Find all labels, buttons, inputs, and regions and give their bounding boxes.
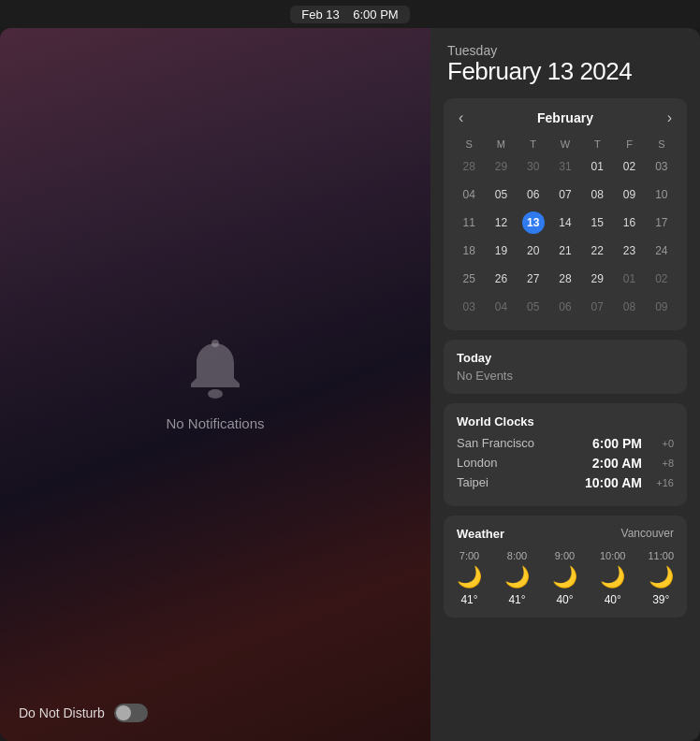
weather-hour-column: 9:00 🌙 40° <box>552 550 577 606</box>
weather-hour-time: 9:00 <box>555 550 575 561</box>
calendar-day[interactable]: 20 <box>518 237 549 265</box>
weather-hour-time: 11:00 <box>648 550 674 561</box>
calendar-day[interactable]: 15 <box>581 209 613 237</box>
calendar-day[interactable]: 01 <box>613 265 645 293</box>
calendar-day[interactable]: 04 <box>485 293 517 321</box>
weather-temperature: 41° <box>508 593 525 606</box>
weather-hour-column: 7:00 🌙 41° <box>457 550 482 606</box>
no-notifications-label: No Notifications <box>166 415 264 431</box>
calendar-weekday-header: W <box>549 136 581 153</box>
clock-time: 6:00 PM <box>592 436 642 451</box>
calendar-weekday-header: M <box>485 136 517 153</box>
calendar-prev-button[interactable]: ‹ <box>453 108 469 128</box>
calendar-day[interactable]: 31 <box>549 153 581 181</box>
calendar-day[interactable]: 08 <box>581 181 613 209</box>
calendar-weekday-header: S <box>453 136 485 153</box>
calendar-day[interactable]: 30 <box>518 153 549 181</box>
clock-city: San Francisco <box>457 436 592 450</box>
calendar-day[interactable]: 12 <box>485 209 517 237</box>
calendar-weekday-header: T <box>581 136 613 153</box>
main-container: No Notifications Do Not Disturb Tuesday … <box>0 28 700 741</box>
do-not-disturb-section: Do Not Disturb <box>19 704 148 722</box>
calendar-day[interactable]: 25 <box>453 265 485 293</box>
clock-row: San Francisco 6:00 PM +0 <box>457 436 674 451</box>
calendar-day[interactable]: 02 <box>646 265 678 293</box>
calendar-day[interactable]: 24 <box>646 237 678 265</box>
dnd-toggle[interactable] <box>114 704 148 722</box>
weather-condition-icon: 🌙 <box>504 565 530 589</box>
calendar-day[interactable]: 14 <box>549 209 581 237</box>
time-display: 6:00 PM <box>353 7 398 22</box>
calendar-day[interactable]: 01 <box>581 153 613 181</box>
calendar-day[interactable]: 17 <box>646 209 678 237</box>
calendar-weekday-header: F <box>613 136 645 153</box>
clocks-container: San Francisco 6:00 PM +0 London 2:00 AM … <box>457 436 674 490</box>
notification-empty-state: No Notifications <box>166 339 264 431</box>
calendar-day[interactable]: 27 <box>518 265 549 293</box>
calendar-grid: SMTWTFS 28293031010203040506070809101112… <box>453 136 678 321</box>
clock-offset: +8 <box>648 458 674 469</box>
weather-condition-icon: 🌙 <box>552 565 577 589</box>
calendar-day[interactable]: 10 <box>646 181 678 209</box>
calendar-day[interactable]: 07 <box>581 293 613 321</box>
calendar-day[interactable]: 29 <box>485 153 517 181</box>
clock-offset: +16 <box>648 477 674 488</box>
calendar-day[interactable]: 09 <box>646 293 678 321</box>
calendar-day[interactable]: 21 <box>549 237 581 265</box>
calendar-day[interactable]: 08 <box>613 293 645 321</box>
date-header: Tuesday February 13 2024 <box>444 43 687 89</box>
calendar-month-label: February <box>537 110 593 125</box>
weather-location: Vancouver <box>621 527 674 540</box>
weather-condition-icon: 🌙 <box>649 565 674 589</box>
calendar-day[interactable]: 09 <box>613 181 645 209</box>
calendar-day[interactable]: 26 <box>485 265 517 293</box>
full-date: February 13 2024 <box>447 58 683 85</box>
top-bar: Feb 13 6:00 PM <box>0 0 700 28</box>
calendar-day[interactable]: 05 <box>485 181 517 209</box>
calendar-day[interactable]: 02 <box>613 153 645 181</box>
calendar-day[interactable]: 06 <box>549 293 581 321</box>
weather-hourly: 7:00 🌙 41° 8:00 🌙 41° 9:00 🌙 40° 10:00 🌙… <box>457 550 674 606</box>
calendar-day[interactable]: 28 <box>549 265 581 293</box>
calendar-day[interactable]: 05 <box>518 293 549 321</box>
calendar-day[interactable]: 18 <box>453 237 485 265</box>
weather-title: Weather <box>457 527 504 541</box>
calendar-day[interactable]: 19 <box>485 237 517 265</box>
calendar-day[interactable]: 07 <box>549 181 581 209</box>
calendar-weekday-header: T <box>518 136 549 153</box>
weather-hour-time: 7:00 <box>459 550 479 561</box>
clock-row: London 2:00 AM +8 <box>457 456 674 471</box>
calendar-day[interactable]: 29 <box>581 265 613 293</box>
clock-time: 2:00 AM <box>592 456 642 471</box>
weather-hour-column: 11:00 🌙 39° <box>648 550 674 606</box>
calendar-day[interactable]: 03 <box>453 293 485 321</box>
weather-condition-icon: 🌙 <box>600 565 625 589</box>
clock-city: Taipei <box>457 475 585 489</box>
weather-temperature: 40° <box>556 593 573 606</box>
world-clocks-widget: World Clocks San Francisco 6:00 PM +0 Lo… <box>444 403 687 506</box>
datetime-display[interactable]: Feb 13 6:00 PM <box>290 6 409 23</box>
clock-offset: +0 <box>648 438 674 449</box>
today-no-events: No Events <box>457 369 674 383</box>
calendar-day[interactable]: 11 <box>453 209 485 237</box>
weather-widget: Weather Vancouver 7:00 🌙 41° 8:00 🌙 41° … <box>444 516 687 618</box>
calendar-day[interactable]: 13 <box>518 209 549 237</box>
calendar-day[interactable]: 06 <box>518 181 549 209</box>
day-of-week: Tuesday <box>447 43 683 58</box>
today-events-title: Today <box>457 351 674 365</box>
calendar-day[interactable]: 16 <box>613 209 645 237</box>
weather-condition-icon: 🌙 <box>457 565 482 589</box>
weather-hour-time: 8:00 <box>507 550 527 561</box>
calendar-day[interactable]: 23 <box>613 237 645 265</box>
calendar-next-button[interactable]: › <box>662 108 678 128</box>
calendar-day[interactable]: 28 <box>453 153 485 181</box>
svg-rect-1 <box>211 340 219 347</box>
calendar-day[interactable]: 04 <box>453 181 485 209</box>
calendar-weekday-header: S <box>646 136 678 153</box>
calendar-widget: ‹ February › SMTWTFS 2829303101020304050… <box>444 98 687 330</box>
calendar-day[interactable]: 03 <box>646 153 678 181</box>
calendar-header: ‹ February › <box>453 108 678 128</box>
calendar-day[interactable]: 22 <box>581 237 613 265</box>
world-clocks-title: World Clocks <box>457 414 674 429</box>
weather-temperature: 41° <box>460 593 477 606</box>
